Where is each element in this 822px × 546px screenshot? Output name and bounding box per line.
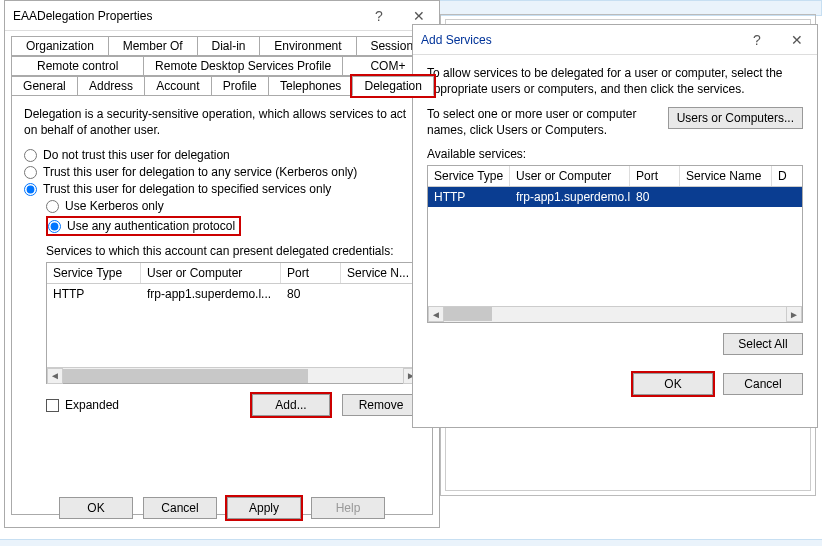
ok-button[interactable]: OK [633, 373, 713, 395]
scroll-thumb[interactable] [63, 369, 308, 383]
tab-account[interactable]: Account [144, 76, 212, 96]
tab-member-of[interactable]: Member Of [108, 36, 198, 56]
available-grid-header[interactable]: Service Type User or Computer Port Servi… [428, 166, 802, 187]
cell-service-type: HTTP [47, 284, 141, 304]
close-icon[interactable]: ✕ [777, 25, 817, 55]
add-services-intro2: To select one or more user or computer n… [427, 107, 658, 138]
tab-environment[interactable]: Environment [259, 36, 356, 56]
available-services-label: Available services: [427, 147, 803, 161]
tab-remote-control[interactable]: Remote control [11, 56, 144, 76]
available-grid-scrollbar[interactable]: ◄ ► [428, 306, 802, 322]
cell-service-name [680, 187, 772, 207]
available-services-grid[interactable]: Service Type User or Computer Port Servi… [427, 165, 803, 323]
cell-user-computer: frp-app1.superdemo.l... [141, 284, 281, 304]
radio-kerberos-only[interactable]: Use Kerberos only [46, 199, 420, 213]
scroll-left-icon[interactable]: ◄ [47, 368, 63, 384]
tab-profile[interactable]: Profile [211, 76, 269, 96]
titlebar[interactable]: EAADelegation Properties ? ✕ [5, 1, 439, 31]
radio-any-auth-label: Use any authentication protocol [67, 219, 235, 233]
remove-button[interactable]: Remove [342, 394, 420, 416]
radio-kerberos-only-label: Use Kerberos only [65, 199, 164, 213]
tab-rds-profile[interactable]: Remote Desktop Services Profile [143, 56, 342, 76]
cell-service-name [341, 284, 419, 304]
tab-organization[interactable]: Organization [11, 36, 109, 56]
available-grid-row[interactable]: HTTP frp-app1.superdemo.l... 80 [428, 187, 802, 207]
scroll-right-icon[interactable]: ► [786, 306, 802, 322]
expanded-label: Expanded [65, 398, 119, 412]
help-icon[interactable]: ? [359, 1, 399, 31]
col-service-type[interactable]: Service Type [47, 263, 141, 283]
ok-button[interactable]: OK [59, 497, 133, 519]
services-grid-scrollbar[interactable]: ◄ ► [47, 367, 419, 383]
col-port[interactable]: Port [281, 263, 341, 283]
cell-port: 80 [281, 284, 341, 304]
cell-port: 80 [630, 187, 680, 207]
col-service-name[interactable]: Service N... [341, 263, 419, 283]
radio-specified-services[interactable]: Trust this user for delegation to specif… [24, 182, 420, 196]
delegation-tab-page: Delegation is a security-sensitive opera… [11, 95, 433, 515]
services-caption: Services to which this account can prese… [46, 244, 420, 258]
radio-specified-services-label: Trust this user for delegation to specif… [43, 182, 331, 196]
dialog-button-row: OK Cancel Apply Help [5, 497, 439, 519]
tab-telephones[interactable]: Telephones [268, 76, 354, 96]
col-service-type[interactable]: Service Type [428, 166, 510, 186]
radio-no-trust[interactable]: Do not trust this user for delegation [24, 148, 420, 162]
help-button[interactable]: Help [311, 497, 385, 519]
background-ribbon-bottom [0, 539, 822, 546]
help-icon[interactable]: ? [737, 25, 777, 55]
add-services-window: Add Services ? ✕ To allow services to be… [412, 24, 818, 428]
radio-any-auth[interactable]: Use any authentication protocol [48, 219, 235, 233]
tab-general[interactable]: General [11, 76, 78, 96]
services-grid[interactable]: Service Type User or Computer Port Servi… [46, 262, 420, 384]
col-service-name[interactable]: Service Name [680, 166, 772, 186]
cell-user-computer: frp-app1.superdemo.l... [510, 187, 630, 207]
delegation-intro: Delegation is a security-sensitive opera… [24, 106, 420, 138]
col-port[interactable]: Port [630, 166, 680, 186]
add-services-intro1: To allow services to be delegated for a … [427, 65, 803, 97]
select-all-button[interactable]: Select All [723, 333, 803, 355]
tabs-area: Organization Member Of Dial-in Environme… [5, 31, 439, 515]
cell-domain [772, 187, 802, 207]
expanded-checkbox[interactable]: Expanded [46, 398, 252, 412]
add-services-title: Add Services [421, 33, 737, 47]
col-domain[interactable]: D [772, 166, 802, 186]
apply-button[interactable]: Apply [227, 497, 301, 519]
radio-any-service[interactable]: Trust this user for delegation to any se… [24, 165, 420, 179]
tab-delegation[interactable]: Delegation [352, 76, 434, 96]
tab-address[interactable]: Address [77, 76, 145, 96]
cancel-button[interactable]: Cancel [723, 373, 803, 395]
scroll-thumb[interactable] [444, 307, 492, 321]
services-grid-header[interactable]: Service Type User or Computer Port Servi… [47, 263, 419, 284]
checkbox-icon [46, 399, 59, 412]
scroll-left-icon[interactable]: ◄ [428, 306, 444, 322]
services-grid-row[interactable]: HTTP frp-app1.superdemo.l... 80 [47, 284, 419, 304]
add-services-titlebar[interactable]: Add Services ? ✕ [413, 25, 817, 55]
window-title: EAADelegation Properties [13, 9, 359, 23]
col-user-computer[interactable]: User or Computer [510, 166, 630, 186]
add-button[interactable]: Add... [252, 394, 330, 416]
cancel-button[interactable]: Cancel [143, 497, 217, 519]
radio-any-service-label: Trust this user for delegation to any se… [43, 165, 357, 179]
tab-dial-in[interactable]: Dial-in [197, 36, 261, 56]
delegation-properties-window: EAADelegation Properties ? ✕ Organizatio… [4, 0, 440, 528]
radio-no-trust-label: Do not trust this user for delegation [43, 148, 230, 162]
users-or-computers-button[interactable]: Users or Computers... [668, 107, 803, 129]
col-user-computer[interactable]: User or Computer [141, 263, 281, 283]
cell-service-type: HTTP [428, 187, 510, 207]
